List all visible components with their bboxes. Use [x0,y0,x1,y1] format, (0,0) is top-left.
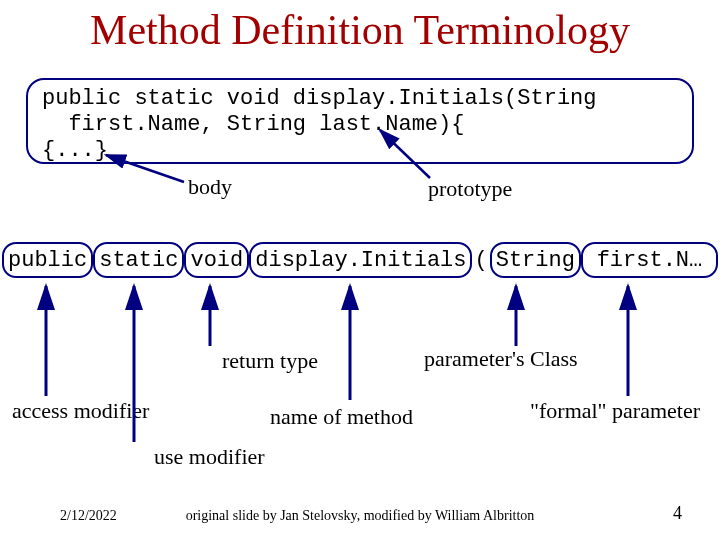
slide-title: Method Definition Terminology [0,6,720,54]
signature-row: public static void display.Initials ( St… [2,242,718,278]
prototype-label: prototype [428,176,512,202]
return-type-label: return type [222,348,318,374]
access-modifier-label: access modifier [12,398,149,424]
formal-parameter-label: "formal" parameter [530,398,700,424]
sig-type-box: String [490,242,581,278]
code-box: public static void display.Initials(Stri… [26,78,694,164]
code-line-3: {...} [42,138,108,163]
sig-lparen: ( [472,242,489,278]
param-class-label: parameter's Class [424,346,578,372]
footer-page-number: 4 [673,503,682,524]
name-of-method-label: name of method [270,404,413,430]
sig-void-box: void [184,242,249,278]
code-line-2: first.Name, String last.Name){ [42,112,464,137]
sig-param-box: first.N… [581,242,718,278]
footer-credit: original slide by Jan Stelovsky, modifie… [0,508,720,524]
sig-static-box: static [93,242,184,278]
code-line-1: public static void display.Initials(Stri… [42,86,597,111]
sig-public-box: public [2,242,93,278]
slide: Method Definition Terminology public sta… [0,0,720,540]
use-modifier-label: use modifier [154,444,265,470]
sig-method-box: display.Initials [249,242,472,278]
body-label: body [188,174,232,200]
